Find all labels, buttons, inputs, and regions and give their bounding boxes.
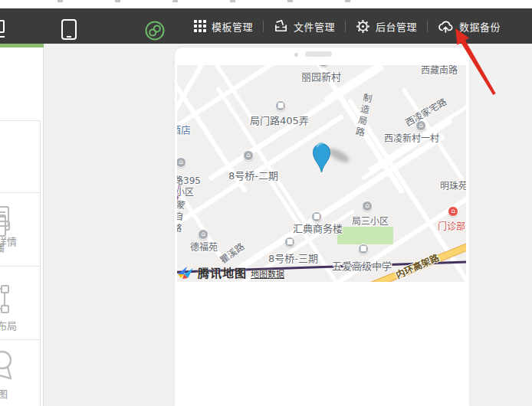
phone-camera-dot xyxy=(294,53,298,57)
sidebar-item-layout[interactable]: 布局 xyxy=(0,266,41,339)
map-label: 门诊部 xyxy=(438,219,465,232)
map-park-area xyxy=(337,227,393,244)
preview-link-icon[interactable] xyxy=(145,21,165,41)
sidebar-item-label: 图 xyxy=(0,386,8,401)
menu-item-data-backup[interactable]: 数据备份 xyxy=(428,8,511,44)
app-window: { "toolbar": { "device_toggles": [ {"ico… xyxy=(0,0,532,406)
home-poi-icon: ⌂ xyxy=(415,120,426,131)
map-label: 五爱高级中学 xyxy=(332,258,392,273)
map-pin-marker[interactable] xyxy=(311,137,332,174)
grid-icon xyxy=(194,20,206,32)
widget-sidebar: 播 详情 布局 图 xyxy=(0,47,44,406)
map-label: 西凌新村一村 xyxy=(384,131,439,144)
sidebar-item-label: 详情 xyxy=(0,234,17,248)
mobile-icon[interactable] xyxy=(61,19,77,40)
building-poi-icon: ■ xyxy=(275,100,286,111)
school-poi-icon: ■ xyxy=(358,244,369,254)
map-road xyxy=(215,86,314,236)
map-label: 小区 xyxy=(177,185,194,198)
map-label: 内环高架路 xyxy=(393,250,441,281)
desktop-icon-base xyxy=(0,36,5,38)
menu-item-template-manage[interactable]: 模板管理 xyxy=(184,8,263,44)
home-poi-icon: ⌂ xyxy=(243,150,254,161)
home-poi-icon: ⌂ xyxy=(177,157,186,168)
desktop-icon[interactable] xyxy=(0,20,5,33)
map-label: 西藏南路 xyxy=(421,65,458,76)
sidebar-item-detail[interactable]: 详情 xyxy=(0,192,41,266)
home-poi-icon: ⌂ xyxy=(198,229,209,240)
building-poi-icon: ■ xyxy=(284,237,295,247)
home-poi-icon: ⌂ xyxy=(362,201,373,211)
toolbar-menu: 模板管理 文件管理 xyxy=(184,8,511,44)
map-label: 德福苑 xyxy=(190,240,218,253)
tencent-maps-logo xyxy=(177,265,194,280)
map-label: 局三小区 xyxy=(352,214,389,227)
cloud-upload-icon xyxy=(438,19,454,34)
sidebar-item-carousel[interactable]: 播 xyxy=(0,120,41,194)
mobile-preview: 丽园新村西藏南路制造局路局门路405弄酒店西凌家宅路西凌新村一村8号桥-二期路3… xyxy=(175,47,469,406)
phone-speaker-pill xyxy=(305,51,332,57)
menu-item-admin[interactable]: 后台管理 xyxy=(346,8,427,44)
top-toolbar: 模板管理 文件管理 xyxy=(0,8,532,44)
browser-strip xyxy=(0,0,532,8)
map-label: 8号桥-三期 xyxy=(268,250,318,265)
map-label: 局门路405弄 xyxy=(250,113,309,127)
layout-icon xyxy=(1,285,9,293)
menu-label: 文件管理 xyxy=(294,19,335,34)
map-brand-label: 腾讯地图 xyxy=(198,264,247,280)
map-pin-icon xyxy=(0,348,16,383)
file-manage-icon xyxy=(274,19,288,34)
sidebar-item-map[interactable]: 图 xyxy=(0,339,41,406)
menu-item-file-manage[interactable]: 文件管理 xyxy=(264,8,345,44)
map-attribution: 腾讯地图 地图数据 xyxy=(177,264,284,280)
map-label: 汇典商务楼 xyxy=(293,221,343,235)
gear-icon xyxy=(356,19,370,34)
map-label: 明珠苑 xyxy=(440,178,466,192)
clinic-poi-icon: ⌂ xyxy=(448,206,458,217)
map-data-link[interactable]: 地图数据 xyxy=(251,267,284,280)
menu-label: 数据备份 xyxy=(459,19,501,34)
menu-label: 后台管理 xyxy=(376,19,417,34)
building-poi-icon: ■ xyxy=(311,211,322,222)
map-label: 酒店 xyxy=(177,122,191,136)
sidebar-item-label: 布局 xyxy=(0,318,17,332)
map-label: 8号桥-二期 xyxy=(228,168,278,182)
map-widget[interactable]: 丽园新村西藏南路制造局路局门路405弄酒店西凌家宅路西凌新村一村8号桥-二期路3… xyxy=(177,65,466,282)
menu-label: 模板管理 xyxy=(212,19,253,34)
map-label: 丽园新村 xyxy=(301,69,341,83)
